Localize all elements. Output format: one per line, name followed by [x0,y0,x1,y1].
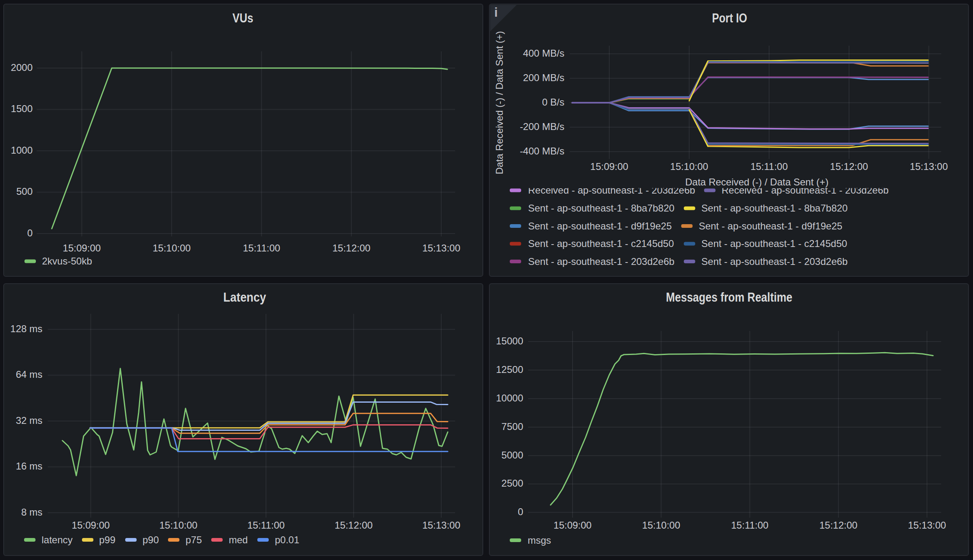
svg-text:i: i [494,5,498,20]
svg-text:15:10:00: 15:10:00 [670,161,708,172]
svg-text:Sent - ap-southeast-1 - d9f19e: Sent - ap-southeast-1 - d9f19e25 [528,220,672,231]
svg-text:128 ms: 128 ms [10,323,42,334]
svg-text:32 ms: 32 ms [16,415,42,426]
svg-text:7500: 7500 [502,421,523,432]
svg-text:15:09:00: 15:09:00 [590,161,628,172]
svg-text:15000: 15000 [496,335,523,346]
svg-text:Data Received (-) / Data Sent: Data Received (-) / Data Sent (+) [685,176,828,187]
svg-text:15:10:00: 15:10:00 [153,243,190,254]
svg-text:8 ms: 8 ms [21,507,42,518]
svg-text:15:09:00: 15:09:00 [553,520,591,531]
svg-text:64 ms: 64 ms [16,369,42,380]
svg-text:Latency: Latency [223,290,267,304]
svg-text:-200 MB/s: -200 MB/s [520,121,564,132]
svg-text:15:12:00: 15:12:00 [334,520,372,531]
svg-text:p75: p75 [186,534,202,545]
svg-text:15:11:00: 15:11:00 [731,520,769,531]
svg-text:Messages from Realtime: Messages from Realtime [666,290,792,304]
svg-text:15:12:00: 15:12:00 [830,161,868,172]
svg-text:15:12:00: 15:12:00 [332,243,370,254]
svg-text:msgs: msgs [528,535,551,546]
svg-text:Sent - ap-southeast-1 - c2145d: Sent - ap-southeast-1 - c2145d50 [528,238,674,249]
svg-text:15:13:00: 15:13:00 [908,520,946,531]
svg-text:10000: 10000 [496,392,523,403]
svg-text:Sent - ap-southeast-1 - d9f19e: Sent - ap-southeast-1 - d9f19e25 [699,220,842,231]
svg-text:Sent - ap-southeast-1 - 203d2e: Sent - ap-southeast-1 - 203d2e6b [701,256,848,267]
svg-text:200 MB/s: 200 MB/s [523,72,564,83]
svg-text:400 MB/s: 400 MB/s [523,48,564,59]
svg-text:p99: p99 [99,534,115,545]
svg-text:15:11:00: 15:11:00 [247,520,285,531]
svg-text:p0.01: p0.01 [275,534,299,545]
svg-text:500: 500 [16,186,33,197]
svg-text:15:11:00: 15:11:00 [243,243,280,254]
svg-text:2kvus-50kb: 2kvus-50kb [42,256,92,267]
svg-text:0: 0 [27,227,33,238]
svg-text:1000: 1000 [11,145,33,156]
svg-text:-400 MB/s: -400 MB/s [520,146,564,157]
svg-text:0 B/s: 0 B/s [542,97,564,108]
svg-text:12500: 12500 [496,364,523,375]
svg-text:Port IO: Port IO [712,11,747,25]
svg-text:5000: 5000 [502,450,523,461]
svg-text:15:13:00: 15:13:00 [422,243,460,254]
svg-text:VUs: VUs [232,11,253,25]
svg-text:latency: latency [42,534,73,545]
svg-text:15:10:00: 15:10:00 [159,520,197,531]
svg-text:2000: 2000 [11,62,33,73]
svg-text:p90: p90 [143,534,159,545]
svg-text:Sent - ap-southeast-1 - c2145d: Sent - ap-southeast-1 - c2145d50 [701,238,847,249]
svg-text:16 ms: 16 ms [16,461,42,472]
svg-text:15:13:00: 15:13:00 [910,161,948,172]
svg-text:15:11:00: 15:11:00 [750,161,788,172]
svg-text:1500: 1500 [11,103,33,114]
svg-text:0: 0 [518,506,523,517]
svg-text:2500: 2500 [502,478,523,489]
svg-text:Sent - ap-southeast-1 - 8ba7b8: Sent - ap-southeast-1 - 8ba7b820 [528,203,674,214]
svg-text:Sent - ap-southeast-1 - 203d2e: Sent - ap-southeast-1 - 203d2e6b [528,256,674,267]
svg-text:15:12:00: 15:12:00 [819,520,857,531]
svg-text:Sent - ap-southeast-1 - 8ba7b8: Sent - ap-southeast-1 - 8ba7b820 [701,203,848,214]
svg-text:15:13:00: 15:13:00 [422,520,460,531]
svg-text:15:09:00: 15:09:00 [72,520,110,531]
svg-text:Data Received (-) / Data Sent: Data Received (-) / Data Sent (+) [494,31,505,174]
svg-text:med: med [229,534,248,545]
svg-text:15:09:00: 15:09:00 [63,243,101,254]
svg-text:15:10:00: 15:10:00 [642,520,680,531]
